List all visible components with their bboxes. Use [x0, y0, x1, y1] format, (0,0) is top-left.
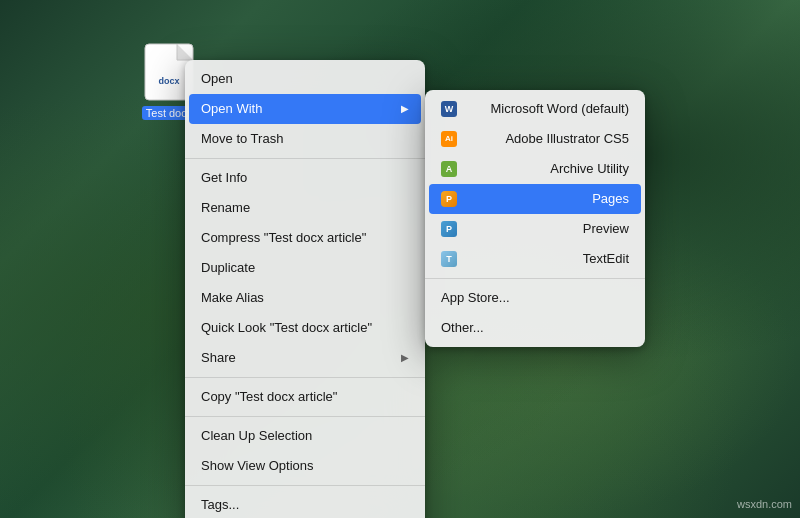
menu-item-cleanup[interactable]: Clean Up Selection [185, 421, 425, 451]
share-arrow-icon: ▶ [401, 347, 409, 369]
separator-4 [185, 485, 425, 486]
separator-3 [185, 416, 425, 417]
submenu-item-textedit[interactable]: T TextEdit [425, 244, 645, 274]
textedit-icon: T [441, 251, 457, 267]
submenu-separator-1 [425, 278, 645, 279]
separator-2 [185, 377, 425, 378]
menu-item-quick-look[interactable]: Quick Look "Test docx article" [185, 313, 425, 343]
menu-item-get-info[interactable]: Get Info [185, 163, 425, 193]
menu-item-share[interactable]: Share ▶ [185, 343, 425, 373]
word-icon: W [441, 101, 457, 117]
svg-text:docx: docx [158, 76, 179, 86]
illustrator-icon: Ai [441, 131, 457, 147]
submenu-item-pages[interactable]: P Pages [429, 184, 641, 214]
submenu-item-appstore[interactable]: App Store... [425, 283, 645, 313]
menu-item-open[interactable]: Open [185, 64, 425, 94]
archive-icon: A [441, 161, 457, 177]
submenu-item-preview[interactable]: P Preview [425, 214, 645, 244]
watermark: wsxdn.com [737, 498, 792, 510]
menu-item-show-view-options[interactable]: Show View Options [185, 451, 425, 481]
menu-item-open-with[interactable]: Open With ▶ W Microsoft Word (default) A… [189, 94, 421, 124]
submenu-item-archive[interactable]: A Archive Utility [425, 154, 645, 184]
preview-icon: P [441, 221, 457, 237]
pages-icon: P [441, 191, 457, 207]
context-menu: Open Open With ▶ W Microsoft Word (defau… [185, 60, 425, 518]
menu-item-compress[interactable]: Compress "Test docx article" [185, 223, 425, 253]
menu-item-make-alias[interactable]: Make Alias [185, 283, 425, 313]
tags-section: Tags... [185, 490, 425, 518]
tags-label[interactable]: Tags... [201, 494, 409, 516]
submenu-item-other[interactable]: Other... [425, 313, 645, 343]
desktop: docx Test docx Open Open With ▶ W Micros… [0, 0, 800, 518]
menu-item-duplicate[interactable]: Duplicate [185, 253, 425, 283]
submenu-open-with: W Microsoft Word (default) Ai Adobe Illu… [425, 90, 645, 347]
submenu-item-word[interactable]: W Microsoft Word (default) [425, 94, 645, 124]
menu-item-copy[interactable]: Copy "Test docx article" [185, 382, 425, 412]
menu-item-move-to-trash[interactable]: Move to Trash [185, 124, 425, 154]
separator-1 [185, 158, 425, 159]
menu-item-rename[interactable]: Rename [185, 193, 425, 223]
submenu-item-illustrator[interactable]: Ai Adobe Illustrator CS5 [425, 124, 645, 154]
arrow-icon: ▶ [401, 98, 409, 120]
